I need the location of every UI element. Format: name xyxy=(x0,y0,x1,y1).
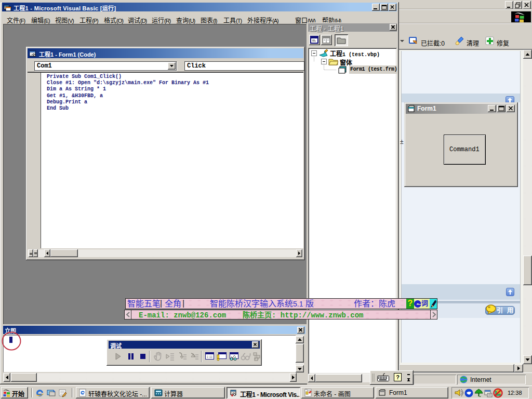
svg-text:”: ” xyxy=(488,306,490,312)
